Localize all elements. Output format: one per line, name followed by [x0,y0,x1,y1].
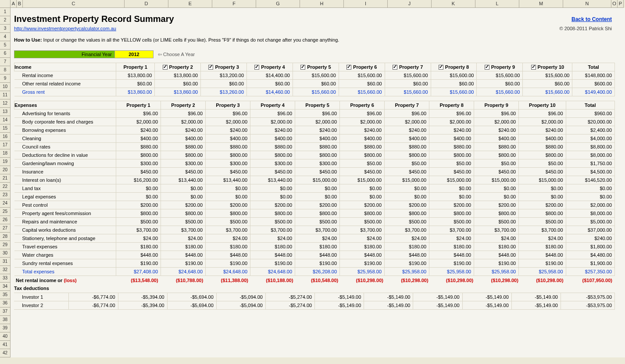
row-header-41[interactable]: 41 [0,341,11,349]
cell-value[interactable]: $240.00 [295,126,340,134]
cell-value[interactable]: $0.00 [161,193,206,201]
cell-value[interactable]: $2,000.00 [519,118,566,126]
row-header-24[interactable]: 24 [0,199,11,208]
cell-value[interactable]: $2,000.00 [474,118,519,126]
cell-value[interactable]: $15,000.00 [340,176,385,184]
cell-value[interactable]: $240.00 [566,234,614,243]
cell-value[interactable]: $0.00 [429,184,474,193]
cell-value[interactable]: $190.00 [116,259,161,268]
column-header-F[interactable]: F [212,0,256,8]
cell-value[interactable]: -$5,694.00 [167,301,216,309]
column-header-L[interactable]: L [475,0,519,8]
cell-value[interactable]: $13,440.00 [206,176,250,184]
cell-value[interactable]: $180.00 [340,243,385,251]
cell-value[interactable]: $240.00 [519,126,566,134]
cell-value[interactable]: $15,000.00 [519,176,566,184]
cell-value[interactable]: $190.00 [206,259,250,268]
cell-value[interactable]: $400.00 [161,134,206,143]
cell-value[interactable]: $448.00 [429,251,474,259]
cell-value[interactable]: $96.00 [429,110,474,118]
back-to-content-link[interactable]: Back to Content [571,16,612,22]
cell-value[interactable]: $15,600.00 [523,71,572,80]
checkbox-icon[interactable] [531,65,536,70]
cell-value[interactable]: $880.00 [474,143,519,151]
cell-value[interactable]: $13,260.00 [201,88,247,96]
cell-value[interactable]: $800.00 [206,209,250,218]
cell-value[interactable]: $13,800.00 [155,71,201,80]
cell-value[interactable]: $3,700.00 [519,226,566,234]
cell-value[interactable]: $800.00 [519,151,566,159]
cell-value[interactable]: $180.00 [519,243,566,251]
cell-value[interactable]: $3,700.00 [116,226,161,234]
cell-value[interactable]: $148,800.00 [572,71,615,80]
checkbox-icon[interactable] [300,65,305,70]
column-header-I[interactable]: I [344,0,388,8]
row-header-38[interactable]: 38 [0,316,11,324]
cell-value[interactable]: $3,700.00 [340,226,385,234]
cell-value[interactable]: $2,000.00 [566,201,614,209]
cell-value[interactable]: $60.00 [201,80,247,88]
row-header-7[interactable]: 7 [0,58,11,66]
cell-value[interactable]: -$5,149.00 [413,293,462,301]
cell-value[interactable]: $4,480.00 [566,251,614,259]
cell-value[interactable]: $1,900.00 [566,259,614,268]
cell-value[interactable]: $2,000.00 [295,118,340,126]
cell-value[interactable]: $0.00 [206,184,250,193]
cell-value[interactable]: $2,000.00 [250,118,295,126]
cell-value[interactable]: $500.00 [295,218,340,226]
cell-value[interactable]: $3,700.00 [474,226,519,234]
cell-value[interactable]: $800.00 [474,209,519,218]
cell-value[interactable]: $500.00 [340,218,385,226]
row-header-2[interactable]: 2 [0,16,11,25]
cell-value[interactable]: $146,520.00 [566,176,614,184]
cell-value[interactable]: $2,000.00 [161,118,206,126]
cell-value[interactable]: $13,800.00 [116,71,155,80]
cell-value[interactable]: $15,600.00 [477,71,523,80]
row-header-6[interactable]: 6 [0,49,11,58]
cell-value[interactable]: -$5,694.00 [167,293,216,301]
cell-value[interactable]: $448.00 [206,251,250,259]
cell-value[interactable]: $800.00 [116,151,161,159]
cell-value[interactable]: $16,200.00 [116,176,161,184]
cell-value[interactable]: $0.00 [519,193,566,201]
cell-value[interactable]: $13,860.00 [155,88,201,96]
cell-value[interactable]: $24.00 [250,234,295,243]
cell-value[interactable]: $60.00 [247,80,293,88]
row-header-1[interactable]: 1 [0,8,11,16]
cell-value[interactable]: $190.00 [474,259,519,268]
cell-value[interactable]: $0.00 [385,193,429,201]
cell-value[interactable]: $190.00 [385,259,429,268]
cell-value[interactable]: $15,660.00 [523,88,572,96]
cell-value[interactable]: -$5,149.00 [364,301,413,309]
cell-value[interactable]: $13,440.00 [161,176,206,184]
cell-value[interactable]: $15,600.00 [339,71,385,80]
cell-value[interactable]: $50.00 [429,159,474,168]
cell-value[interactable]: $800.00 [385,151,429,159]
cell-value[interactable]: $300.00 [161,159,206,168]
cell-value[interactable]: -$5,274.00 [265,293,314,301]
cell-value[interactable]: $300.00 [206,159,250,168]
cell-value[interactable]: $880.00 [116,143,161,151]
cell-value[interactable]: $450.00 [474,168,519,176]
row-header-26[interactable]: 26 [0,216,11,224]
cell-value[interactable]: $15,660.00 [477,88,523,96]
cell-value[interactable]: $880.00 [519,143,566,151]
cell-value[interactable]: $96.00 [385,110,429,118]
cell-value[interactable]: $800.00 [340,151,385,159]
cell-value[interactable]: $500.00 [250,218,295,226]
cell-value[interactable]: $800.00 [474,151,519,159]
cell-value[interactable]: $15,000.00 [295,176,340,184]
cell-value[interactable]: $500.00 [206,218,250,226]
cell-value[interactable]: $15,660.00 [339,88,385,96]
cell-value[interactable]: $448.00 [340,251,385,259]
row-header-11[interactable]: 11 [0,91,11,99]
cell-value[interactable]: $8,800.00 [566,143,614,151]
row-header-36[interactable]: 36 [0,299,11,307]
cell-value[interactable]: $180.00 [161,243,206,251]
cell-value[interactable]: $13,440.00 [250,176,295,184]
cell-value[interactable]: $96.00 [519,110,566,118]
row-header-32[interactable]: 32 [0,266,11,274]
cell-value[interactable]: $25,958.00 [474,268,519,276]
cell-value[interactable]: $448.00 [250,251,295,259]
cell-value[interactable]: $25,958.00 [385,268,429,276]
